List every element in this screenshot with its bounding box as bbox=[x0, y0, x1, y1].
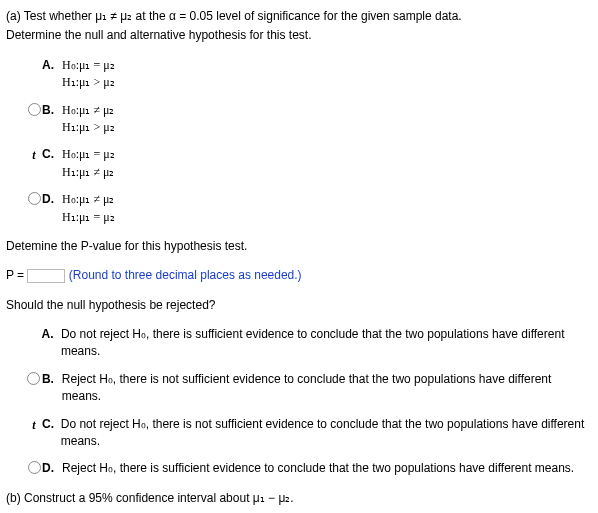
pvalue-hint: (Round to three decimal places as needed… bbox=[69, 268, 302, 282]
checkmark-icon: t bbox=[26, 147, 42, 164]
choice-c[interactable]: t C. H₀:μ₁ = μ₂ H₁:μ₁ ≠ μ₂ bbox=[26, 146, 591, 181]
pvalue-prompt: Detemine the P-value for this hypothesis… bbox=[6, 238, 591, 255]
pvalue-input[interactable] bbox=[27, 269, 65, 283]
reject-d[interactable]: D. Reject H₀, there is sufficient eviden… bbox=[26, 460, 591, 477]
choice-d-letter: D. bbox=[42, 191, 62, 208]
reject-prompt: Should the null hypothesis be rejected? bbox=[6, 297, 591, 314]
choice-a-math: H₀:μ₁ = μ₂ H₁:μ₁ > μ₂ bbox=[62, 57, 115, 92]
part-b-intro: (b) Construct a 95% confidence interval … bbox=[6, 490, 591, 507]
reject-choices: A. Do not reject H₀, there is sufficient… bbox=[26, 326, 591, 478]
part-a-intro-2: Determine the null and alternative hypot… bbox=[6, 27, 591, 44]
reject-b[interactable]: B. Reject H₀, there is not sufficient ev… bbox=[26, 371, 591, 406]
reject-a[interactable]: A. Do not reject H₀, there is sufficient… bbox=[26, 326, 591, 361]
reject-c-text: Do not reject H₀, there is not sufficien… bbox=[61, 416, 591, 451]
reject-b-letter: B. bbox=[42, 371, 62, 388]
hypothesis-choices: A. H₀:μ₁ = μ₂ H₁:μ₁ > μ₂ B. H₀:μ₁ ≠ μ₂ H… bbox=[26, 57, 591, 226]
choice-b-math: H₀:μ₁ ≠ μ₂ H₁:μ₁ > μ₂ bbox=[62, 102, 115, 137]
reject-d-letter: D. bbox=[42, 460, 62, 477]
checkmark-icon: t bbox=[26, 417, 42, 434]
reject-d-text: Reject H₀, there is sufficient evidence … bbox=[62, 460, 574, 477]
reject-b-text: Reject H₀, there is not sufficient evide… bbox=[62, 371, 591, 406]
radio-icon bbox=[27, 372, 40, 385]
radio-icon bbox=[28, 192, 41, 205]
reject-c[interactable]: t C. Do not reject H₀, there is not suff… bbox=[26, 416, 591, 451]
reject-a-text: Do not reject H₀, there is sufficient ev… bbox=[61, 326, 591, 361]
choice-d-math: H₀:μ₁ ≠ μ₂ H₁:μ₁ = μ₂ bbox=[62, 191, 115, 226]
choice-b-letter: B. bbox=[42, 102, 62, 119]
choice-d[interactable]: D. H₀:μ₁ ≠ μ₂ H₁:μ₁ = μ₂ bbox=[26, 191, 591, 226]
radio-icon bbox=[28, 103, 41, 116]
choice-c-math: H₀:μ₁ = μ₂ H₁:μ₁ ≠ μ₂ bbox=[62, 146, 115, 181]
pvalue-prefix: P = bbox=[6, 268, 27, 282]
reject-a-letter: A. bbox=[42, 326, 61, 343]
choice-a[interactable]: A. H₀:μ₁ = μ₂ H₁:μ₁ > μ₂ bbox=[26, 57, 591, 92]
choice-a-letter: A. bbox=[42, 57, 62, 74]
choice-b[interactable]: B. H₀:μ₁ ≠ μ₂ H₁:μ₁ > μ₂ bbox=[26, 102, 591, 137]
choice-c-letter: C. bbox=[42, 146, 62, 163]
radio-icon bbox=[28, 461, 41, 474]
reject-c-letter: C. bbox=[42, 416, 61, 433]
part-a-intro-1: (a) Test whether μ₁ ≠ μ₂ at the α = 0.05… bbox=[6, 8, 591, 25]
